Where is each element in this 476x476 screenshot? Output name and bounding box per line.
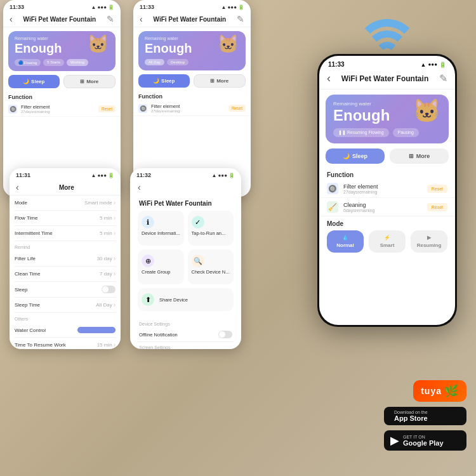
big-cleaning-item: 🧹 Cleaning 6daysremaining Reset	[319, 198, 455, 216]
status-bar-2: 11:33 ▲●●●🔋	[133, 0, 251, 11]
big-sleep-button[interactable]: 🌙Sleep	[326, 149, 385, 164]
phone-screen-main: 11:33 ▲●●●🔋 ‹ WiFi Pet Water Fountain ✎ …	[317, 54, 457, 327]
google-play-badge[interactable]: ▶ GET IT ON Google Play	[384, 430, 466, 451]
tuya-leaf-icon: 🌿	[444, 384, 459, 398]
nav-bar-1: ‹ WiFi Pet Water Fountain ✎	[3, 11, 121, 27]
check-device-item[interactable]: 🔍 Check Device N...	[188, 249, 234, 284]
status-bar-device: 11:32 ▲●●●🔋	[130, 168, 241, 180]
more-button-2[interactable]: ⊞More	[194, 74, 246, 88]
sleep-button-2[interactable]: 🌙Sleep	[138, 74, 190, 88]
big-back-button[interactable]: ‹	[327, 72, 331, 85]
big-nav-bar: ‹ WiFi Pet Water Fountain ✎	[319, 69, 455, 89]
edit-button-2[interactable]: ✎	[237, 14, 244, 24]
status-bar-more: 11:31 ▲●●●🔋	[10, 168, 121, 180]
device-info-item[interactable]: ℹ Device Informati...	[138, 211, 184, 246]
big-water-card: Remaining water Enough 🐱 ❚❚ Resuming Flo…	[326, 95, 449, 143]
water-card-1: Remaining water Enough 🐱 🔵 Flowing 5 Sta…	[8, 31, 116, 71]
google-play-icon: ▶	[390, 433, 399, 447]
app-store-badge[interactable]: Download on the App Store	[384, 407, 466, 425]
mode-normal-button[interactable]: 💧Normal	[327, 230, 364, 253]
mode-smart-button[interactable]: ⚡Smart	[369, 230, 406, 253]
share-device-item[interactable]: ⬆ Share Device	[138, 288, 234, 311]
status-bar-1: 11:33 ▲●●●🔋	[3, 0, 121, 11]
big-filter-reset[interactable]: Reset	[427, 185, 447, 193]
big-cleaning-reset[interactable]: Reset	[427, 203, 447, 211]
phone-screen-1: 11:33 ▲●●●🔋 ‹ WiFi Pet Water Fountain ✎ …	[3, 0, 121, 197]
phone-screen-device: 11:32 ▲●●●🔋 ‹ WiFi Pet Water Fountain ℹ …	[130, 168, 241, 349]
phone-screen-2: 11:33 ▲●●●🔋 ‹ WiFi Pet Water Fountain ✎ …	[133, 0, 251, 197]
more-screen-content: Mode Smart mode› Flow Time 5 min› Interm…	[10, 195, 121, 349]
nav-bar-more: ‹ More	[10, 180, 121, 195]
big-filter-item: 🔘 Filter element 27daysremaining Reset	[319, 180, 455, 198]
offline-setting: Offline Notification	[138, 327, 234, 342]
more-button-1[interactable]: ⊞More	[63, 75, 116, 88]
nav-bar-2: ‹ WiFi Pet Water Fountain ✎	[133, 11, 251, 27]
big-status-bar: 11:33 ▲●●●🔋	[319, 56, 455, 69]
sleep-button-1[interactable]: 🌙Sleep	[8, 75, 60, 88]
filter-reset-2[interactable]: Reset	[228, 105, 246, 112]
filter-reset-1[interactable]: Reset	[98, 105, 116, 112]
water-card-2: Remaining water Enough 🐱 All Day Desktop	[138, 31, 246, 70]
filter-item-1: 🔘 Filter element 27daysremaining Reset	[3, 102, 121, 117]
big-more-button[interactable]: ⊞More	[390, 149, 449, 164]
back-button-device[interactable]: ‹	[138, 182, 141, 192]
big-edit-button[interactable]: ✎	[439, 72, 447, 84]
tuya-logo: tuya 🌿	[413, 380, 466, 402]
create-group-item[interactable]: ⊕ Create Group	[138, 249, 184, 284]
badges-area: tuya 🌿 Download on the App Store ▶ GET I…	[384, 380, 466, 451]
filter-item-2: 🔘 Filter element 27daysremaining Reset	[133, 101, 251, 116]
edit-button-1[interactable]: ✎	[107, 14, 114, 24]
tap-run-item[interactable]: ✓ Tap-to-Run an...	[188, 211, 234, 246]
phone-screen-more: 11:31 ▲●●●🔋 ‹ More Mode Smart mode› Flow…	[10, 168, 121, 349]
mode-resuming-button[interactable]: ▶Resuming	[411, 230, 447, 253]
